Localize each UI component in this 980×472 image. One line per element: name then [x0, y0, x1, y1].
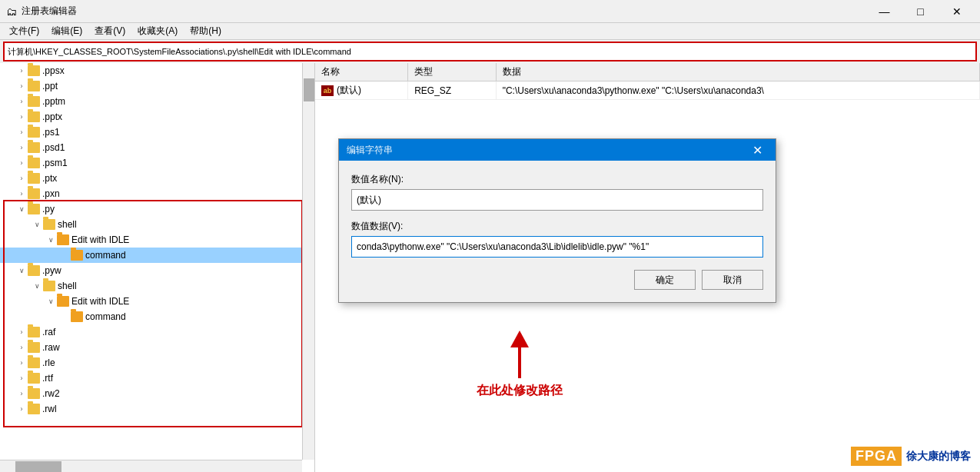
tree-item-ppsx[interactable]: › .ppsx [0, 63, 314, 78]
tree-label: .psm1 [42, 158, 68, 168]
ab-icon: ab [321, 85, 334, 96]
folder-icon [43, 219, 55, 230]
expand-arrow: › [15, 175, 28, 182]
tree-item-edit-idle2[interactable]: ∨ Edit with IDLE [0, 294, 314, 309]
tree-item-rwl[interactable]: › .rwl [0, 401, 314, 417]
arrow-shaft [518, 347, 521, 378]
expand-arrow: ∨ [45, 236, 57, 244]
folder-icon [57, 234, 69, 245]
tree-item-raf[interactable]: › .raf [0, 324, 314, 340]
folder-icon [28, 357, 40, 368]
tree-item-shell1[interactable]: ∨ shell [0, 217, 314, 232]
tree-item-psd1[interactable]: › .psd1 [0, 140, 314, 155]
expand-arrow: ∨ [45, 297, 57, 305]
tree-item-ps1[interactable]: › .ps1 [0, 125, 314, 140]
annotation-text: 在此处修改路径 [477, 383, 563, 399]
folder-icon [28, 265, 40, 276]
tree-item-psm1[interactable]: › .psm1 [0, 155, 314, 171]
data-label: 数值数据(V): [351, 220, 763, 233]
dialog-close-button[interactable]: ✕ [746, 139, 768, 161]
expand-arrow: › [15, 190, 28, 198]
expand-arrow: › [15, 128, 28, 136]
tree-scrollbar[interactable] [302, 63, 314, 460]
dialog-body: 数值名称(N): 数值数据(V): 确定 取消 [339, 161, 776, 302]
tree-label: shell [58, 281, 77, 291]
reg-name: ab(默认) [315, 81, 408, 100]
expand-arrow: › [15, 144, 28, 151]
folder-icon [28, 127, 40, 138]
tree-item-rw2[interactable]: › .rw2 [0, 386, 314, 401]
watermark: FPGA 徐大康的博客 [845, 444, 977, 469]
tree-item-pptm[interactable]: › .pptm [0, 94, 314, 109]
table-row[interactable]: ab(默认) REG_SZ "C:\Users\xu\anaconda3\pyt… [315, 81, 980, 100]
menu-view[interactable]: 查看(V) [88, 23, 131, 39]
edit-string-dialog[interactable]: 编辑字符串 ✕ 数值名称(N): 数值数据(V): 确定 取消 [338, 138, 776, 303]
data-input[interactable] [351, 236, 763, 258]
menu-file[interactable]: 文件(F) [3, 23, 45, 39]
folder-icon [28, 327, 40, 337]
tree-item-ptx[interactable]: › .ptx [0, 171, 314, 186]
cancel-button[interactable]: 取消 [702, 270, 763, 290]
tree-label: .rle [42, 357, 55, 368]
folder-icon [28, 65, 40, 76]
expand-arrow: › [15, 359, 28, 367]
menu-bar: 文件(F) 编辑(E) 查看(V) 收藏夹(A) 帮助(H) [0, 23, 980, 40]
dialog-buttons: 确定 取消 [351, 270, 763, 290]
menu-favorites[interactable]: 收藏夹(A) [131, 23, 184, 39]
tree-item-raw[interactable]: › .raw [0, 340, 314, 355]
col-data: 数据 [496, 63, 979, 81]
app-icon: 🗂 [6, 5, 17, 18]
col-type: 类型 [408, 63, 497, 81]
tree-item-command2[interactable]: command [0, 309, 314, 324]
expand-arrow: › [15, 405, 28, 413]
app-title: 注册表编辑器 [22, 5, 867, 18]
menu-help[interactable]: 帮助(H) [184, 23, 228, 39]
expand-arrow: › [15, 67, 28, 75]
tree-item-command1[interactable]: command [0, 248, 314, 263]
dialog-title: 编辑字符串 [347, 144, 746, 157]
annotation-area: 在此处修改路径 [477, 331, 563, 399]
tree-item-shell2[interactable]: ∨ shell [0, 278, 314, 294]
minimize-button[interactable]: — [867, 1, 902, 22]
tree-label: .pxn [42, 188, 60, 199]
expand-arrow: › [15, 374, 28, 382]
expand-arrow: › [15, 159, 28, 167]
tree-item-rle[interactable]: › .rle [0, 355, 314, 371]
tree-label: .ps1 [42, 127, 60, 138]
folder-icon [28, 204, 40, 214]
menu-edit[interactable]: 编辑(E) [45, 23, 88, 39]
folder-icon [28, 81, 40, 91]
registry-table: 名称 类型 数据 ab(默认) REG_SZ "C:\Users\xu\anac… [315, 63, 980, 100]
tree-panel[interactable]: › .ppsx › .ppt › .pptm › .pptx [0, 63, 315, 472]
fpga-label: FPGA [851, 447, 902, 466]
expand-arrow: ∨ [31, 282, 43, 290]
tree-item-pyw[interactable]: ∨ .pyw [0, 263, 314, 278]
col-name: 名称 [315, 63, 408, 81]
tree-label: .rtf [42, 373, 53, 384]
folder-icon [28, 111, 40, 122]
tree-item-rtf[interactable]: › .rtf [0, 371, 314, 386]
address-bar[interactable]: 计算机\HKEY_CLASSES_ROOT\SystemFileAssociat… [3, 42, 977, 61]
tree-item-pxn[interactable]: › .pxn [0, 186, 314, 201]
tree-hscrollbar[interactable] [0, 460, 302, 472]
maximize-button[interactable]: □ [903, 1, 938, 22]
ok-button[interactable]: 确定 [634, 270, 696, 290]
folder-icon [71, 311, 83, 322]
folder-icon [28, 188, 40, 199]
tree-item-ppt[interactable]: › .ppt [0, 78, 314, 94]
tree-label: .ppsx [42, 65, 65, 76]
folder-icon [28, 388, 40, 399]
tree-item-py[interactable]: ∨ .py [0, 201, 314, 217]
folder-icon [28, 96, 40, 107]
author-label: 徐大康的博客 [906, 450, 971, 464]
name-input[interactable] [351, 189, 763, 211]
tree-item-pptx[interactable]: › .pptx [0, 109, 314, 125]
tree-label: .ptx [42, 173, 57, 184]
tree-item-edit-idle1[interactable]: ∨ Edit with IDLE [0, 232, 314, 248]
tree-label: .py [42, 204, 55, 214]
folder-icon [43, 281, 55, 291]
close-button[interactable]: ✕ [939, 1, 974, 22]
dialog-title-bar: 编辑字符串 ✕ [339, 139, 776, 161]
folder-icon [28, 158, 40, 168]
arrow-head-icon [510, 331, 529, 347]
